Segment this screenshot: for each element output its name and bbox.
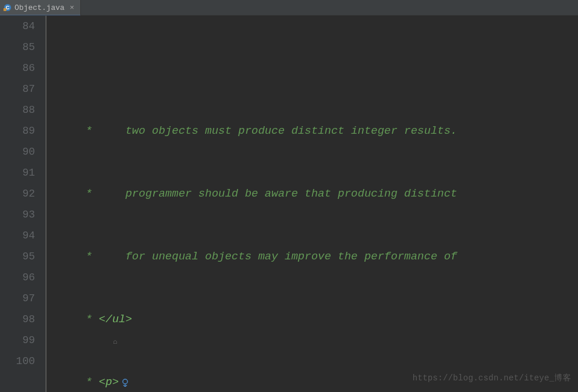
code-text: * <box>52 313 99 326</box>
line-number: 97 <box>6 288 35 309</box>
code-text: * programmer should be aware that produc… <box>52 187 458 200</box>
line-number: 85 <box>6 37 35 58</box>
line-number: 93 <box>6 204 35 225</box>
java-class-icon: C <box>3 3 12 12</box>
line-number: 100 <box>6 351 35 372</box>
line-number: 86 <box>6 58 35 79</box>
line-number: 95 <box>6 246 35 267</box>
line-number: 99 <box>6 330 35 351</box>
close-icon[interactable]: × <box>70 4 75 12</box>
code-text: * two objects must produce distinct inte… <box>52 124 458 137</box>
code-text: * for unequal objects may improve the pe… <box>52 250 458 263</box>
code-text: </ul> <box>99 313 132 326</box>
watermark-text: https://blog.csdn.net/iteye_博客 <box>413 368 571 389</box>
line-number: 91 <box>6 162 35 183</box>
code-editor[interactable]: 84 85 86 87 88 89 90 91 92 93 94 95 96 9… <box>0 16 578 392</box>
tab-bar: C Object.java × <box>0 0 578 16</box>
line-number: 87 <box>6 79 35 99</box>
line-number-gutter: 84 85 86 87 88 89 90 91 92 93 94 95 96 9… <box>0 16 45 392</box>
svg-rect-2 <box>3 8 6 11</box>
code-content[interactable]: ⌂ * two objects must produce distinct in… <box>45 16 578 392</box>
override-gutter-icon[interactable] <box>92 353 129 392</box>
line-number: 94 <box>6 225 35 246</box>
line-number: 92 <box>6 183 35 204</box>
line-number: 89 <box>6 120 35 141</box>
line-number: 98 <box>6 309 35 330</box>
line-number: 84 <box>6 16 35 37</box>
line-number: 90 <box>6 141 35 162</box>
tab-label: Object.java <box>15 3 65 12</box>
svg-point-3 <box>123 379 127 384</box>
fold-end-icon[interactable]: ⌂ <box>113 332 117 352</box>
line-number: 88 <box>6 99 35 120</box>
line-number: 96 <box>6 267 35 288</box>
file-tab-object-java[interactable]: C Object.java × <box>0 0 81 15</box>
